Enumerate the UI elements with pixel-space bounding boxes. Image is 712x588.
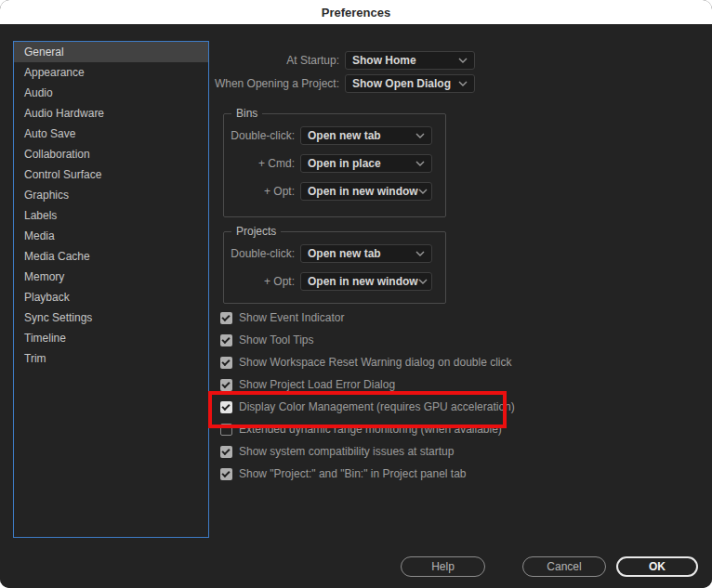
- checkbox-list: Show Event IndicatorShow Tool TipsShow W…: [220, 311, 515, 490]
- startup-settings: At Startup:Show HomeWhen Opening a Proje…: [214, 51, 475, 98]
- setting-row-double-click: Double-click:Open new tab: [224, 244, 445, 263]
- sidebar-item-media-cache[interactable]: Media Cache: [14, 246, 208, 267]
- chevron-down-icon: [415, 251, 425, 256]
- sidebar-item-timeline[interactable]: Timeline: [14, 328, 208, 348]
- dropdown-value: Open in place: [308, 157, 381, 170]
- checkbox-label: Show Project Load Error Dialog: [239, 378, 395, 391]
- checkbox-checked-icon[interactable]: [220, 468, 232, 480]
- checkbox-row-show-project-and-bin-in-project-panel-tab[interactable]: Show "Project:" and "Bin:" in Project pa…: [220, 467, 515, 480]
- sidebar-item-audio-hardware[interactable]: Audio Hardware: [14, 103, 208, 124]
- help-button[interactable]: Help: [401, 556, 485, 577]
- sidebar-item-media[interactable]: Media: [14, 226, 208, 246]
- checkbox-label: Display Color Management (requires GPU a…: [239, 400, 515, 413]
- preferences-dialog: Preferences GeneralAppearanceAudioAudio …: [0, 0, 712, 588]
- dropdown-value: Open new tab: [308, 129, 381, 142]
- dropdown-when-opening-a-project[interactable]: Show Open Dialog: [345, 74, 475, 93]
- setting-row-double-click: Double-click:Open new tab: [224, 126, 445, 145]
- checkbox-checked-icon[interactable]: [220, 401, 232, 413]
- sidebar-item-trim[interactable]: Trim: [14, 348, 208, 369]
- sidebar-item-control-surface[interactable]: Control Surface: [14, 164, 208, 185]
- projects-group-legend: Projects: [231, 225, 281, 238]
- dropdown-at-startup[interactable]: Show Home: [345, 51, 475, 70]
- checkbox-checked-icon[interactable]: [220, 334, 232, 346]
- checkbox-checked-icon[interactable]: [220, 357, 232, 369]
- setting-row-cmd: + Cmd:Open in place: [224, 154, 445, 173]
- dropdown-value: Show Home: [352, 54, 416, 67]
- sidebar-item-graphics[interactable]: Graphics: [14, 185, 208, 205]
- sidebar-item-general[interactable]: General: [14, 42, 208, 62]
- dropdown-opt[interactable]: Open in new window: [300, 182, 432, 201]
- checkbox-unchecked-icon[interactable]: [220, 424, 232, 436]
- checkbox-row-show-project-load-error-dialog[interactable]: Show Project Load Error Dialog: [220, 378, 515, 391]
- titlebar: Preferences: [0, 0, 712, 24]
- chevron-down-icon: [415, 133, 425, 138]
- chevron-down-icon: [418, 189, 428, 194]
- checkbox-row-show-system-compatibility-issues-at-startup[interactable]: Show system compatibility issues at star…: [220, 445, 515, 458]
- ok-button[interactable]: OK: [616, 556, 698, 577]
- setting-row-opt: + Opt:Open in new window: [224, 182, 445, 201]
- checkbox-label: Show Tool Tips: [239, 333, 314, 346]
- sidebar-item-sync-settings[interactable]: Sync Settings: [14, 307, 208, 328]
- dropdown-value: Show Open Dialog: [352, 77, 451, 90]
- checkbox-label: Show system compatibility issues at star…: [239, 445, 454, 458]
- sidebar-list: GeneralAppearanceAudioAudio HardwareAuto…: [13, 41, 209, 538]
- bins-group-legend: Bins: [231, 107, 262, 120]
- cancel-button[interactable]: Cancel: [522, 556, 606, 577]
- chevron-down-icon: [458, 58, 468, 63]
- field-label-double-click: Double-click:: [224, 129, 295, 142]
- sidebar-item-appearance[interactable]: Appearance: [14, 62, 208, 83]
- dropdown-double-click[interactable]: Open new tab: [300, 244, 432, 263]
- checkbox-row-extended-dynamic-range-monitoring-when-available[interactable]: Extended dynamic range monitoring (when …: [220, 423, 515, 436]
- checkbox-row-show-tool-tips[interactable]: Show Tool Tips: [220, 333, 515, 346]
- field-label-double-click: Double-click:: [224, 247, 295, 260]
- checkbox-checked-icon[interactable]: [220, 312, 232, 324]
- checkbox-label: Show Event Indicator: [239, 311, 344, 324]
- sidebar-item-audio[interactable]: Audio: [14, 83, 208, 103]
- field-label-cmd: + Cmd:: [224, 157, 295, 170]
- chevron-down-icon: [458, 81, 468, 86]
- setting-row-opt: + Opt:Open in new window: [224, 272, 445, 291]
- chevron-down-icon: [418, 279, 428, 284]
- checkbox-checked-icon[interactable]: [220, 446, 232, 458]
- field-label-opt: + Opt:: [224, 275, 295, 288]
- sidebar-item-labels[interactable]: Labels: [14, 205, 208, 226]
- checkbox-label: Show Workspace Reset Warning dialog on d…: [239, 356, 511, 369]
- checkbox-label: Extended dynamic range monitoring (when …: [239, 423, 502, 436]
- bins-group-rows: Double-click:Open new tab+ Cmd:Open in p…: [224, 126, 445, 210]
- field-label-when-opening-a-project: When Opening a Project:: [214, 77, 339, 90]
- sidebar-item-auto-save[interactable]: Auto Save: [14, 124, 208, 144]
- dropdown-double-click[interactable]: Open new tab: [300, 126, 432, 145]
- projects-group-rows: Double-click:Open new tab+ Opt:Open in n…: [224, 244, 445, 300]
- sidebar-item-playback[interactable]: Playback: [14, 287, 208, 307]
- dialog-body: GeneralAppearanceAudioAudio HardwareAuto…: [0, 24, 712, 588]
- sidebar-item-memory[interactable]: Memory: [14, 267, 208, 287]
- setting-row-at-startup: At Startup:Show Home: [214, 51, 475, 70]
- dropdown-value: Open in new window: [308, 185, 418, 198]
- field-label-at-startup: At Startup:: [214, 54, 339, 67]
- checkbox-row-display-color-management-requires-gpu-acceleration[interactable]: Display Color Management (requires GPU a…: [220, 400, 515, 413]
- dropdown-opt[interactable]: Open in new window: [300, 272, 432, 291]
- checkbox-row-show-workspace-reset-warning-dialog-on-double-click[interactable]: Show Workspace Reset Warning dialog on d…: [220, 356, 515, 369]
- dropdown-value: Open in new window: [308, 275, 418, 288]
- dialog-title: Preferences: [322, 6, 390, 20]
- checkbox-row-show-event-indicator[interactable]: Show Event Indicator: [220, 311, 515, 324]
- chevron-down-icon: [415, 161, 425, 166]
- bins-group: Bins Double-click:Open new tab+ Cmd:Open…: [223, 113, 446, 217]
- field-label-opt: + Opt:: [224, 185, 295, 198]
- checkbox-label: Show "Project:" and "Bin:" in Project pa…: [239, 467, 467, 480]
- dropdown-value: Open new tab: [308, 247, 381, 260]
- setting-row-when-opening-a-project: When Opening a Project:Show Open Dialog: [214, 74, 475, 93]
- checkbox-checked-icon[interactable]: [220, 379, 232, 391]
- projects-group: Projects Double-click:Open new tab+ Opt:…: [223, 231, 446, 304]
- dropdown-cmd[interactable]: Open in place: [300, 154, 432, 173]
- sidebar-item-collaboration[interactable]: Collaboration: [14, 144, 208, 164]
